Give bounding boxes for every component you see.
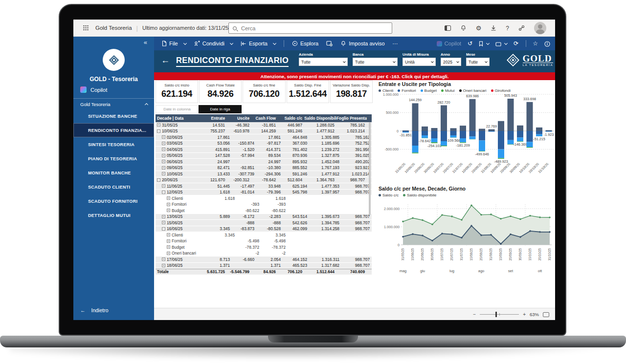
- slicer-dropdown[interactable]: 2025: [441, 58, 461, 66]
- waffle-menu-icon[interactable]: [83, 25, 89, 31]
- sidebar-item-rendiconto-finanzia-[interactable]: RENDICONTO FINANZIA...: [73, 123, 154, 137]
- sidebar-item-piano-di-tesoreria[interactable]: PIANO DI TESORERIA: [73, 151, 154, 166]
- expand-row-icon[interactable]: +: [167, 203, 170, 206]
- collapse-row-icon[interactable]: −: [162, 227, 165, 231]
- more-options-icon[interactable]: ⋯: [393, 41, 398, 47]
- search-box[interactable]: [228, 22, 392, 34]
- table-row[interactable]: +11/06/2551.445-17.49733.948625.1941.477…: [156, 183, 372, 190]
- zoom-in-icon[interactable]: +: [523, 312, 526, 317]
- table-row[interactable]: −16/06/253.345-83.873-80.528462.0991.314…: [156, 226, 372, 233]
- area-chart[interactable]: 2.000.0001.000.000031/05/2510/06/2520/06…: [378, 197, 555, 276]
- slicer-dropdown[interactable]: Tutte: [466, 58, 490, 66]
- table-row[interactable]: +10/06/2513.433-307.739-294.306591.2461.…: [156, 171, 372, 177]
- refresh-icon[interactable]: ⟳: [514, 40, 518, 47]
- table-row[interactable]: −12/06/251.618-81.014-79.396545.7981.397…: [156, 190, 372, 196]
- share-menu[interactable]: Condividi: [194, 41, 233, 46]
- slicer-dropdown[interactable]: Tutte: [299, 58, 348, 66]
- reconciliation-alert[interactable]: Attenzione, sono presenti movimenti non …: [154, 72, 555, 80]
- table-row[interactable]: −20/06/25121.670-200.312-78.642512.6041.…: [156, 177, 372, 184]
- sidebar-item-dettaglio-mutui[interactable]: DETTAGLIO MUTUI: [73, 208, 154, 222]
- table-row[interactable]: +Clienti3.3453.345: [156, 232, 372, 238]
- bell-icon[interactable]: [460, 25, 467, 31]
- slicer-mese[interactable]: MeseTutte: [466, 52, 490, 66]
- table-row[interactable]: +06/06/2524.99724.997895.9321.452.048490…: [156, 159, 372, 165]
- help-icon[interactable]: ?: [506, 25, 509, 32]
- sidebar-item-situazione-banche[interactable]: SITUAZIONE BANCHE: [73, 109, 154, 123]
- expand-row-icon[interactable]: +: [162, 148, 165, 151]
- explore-button[interactable]: Esplora: [292, 41, 318, 46]
- slicer-banca[interactable]: BancaTutte: [353, 52, 398, 66]
- column-header[interactable]: Entrate: [202, 116, 227, 121]
- back-arrow-icon[interactable]: ←: [161, 55, 170, 65]
- side-pane-icon[interactable]: [445, 25, 451, 31]
- table-row[interactable]: +09/06/2582.471-92.851-10.380885.5521.76…: [156, 165, 372, 171]
- expand-row-icon[interactable]: +: [167, 239, 170, 243]
- last-update-label[interactable]: Ultimo aggiornamento dati: 13/11/25: [142, 25, 229, 31]
- legend-item[interactable]: Girofondi: [491, 88, 511, 93]
- slicer-dropdown[interactable]: Unità: [402, 58, 436, 66]
- legend-item[interactable]: Budget: [421, 88, 437, 93]
- column-header[interactable]: Cash Flow: [251, 116, 278, 121]
- gear-icon[interactable]: ⚙: [476, 25, 482, 31]
- info-icon[interactable]: [544, 40, 550, 46]
- slicer-anno[interactable]: Anno2025: [441, 52, 461, 66]
- expand-row-icon[interactable]: +: [162, 172, 165, 175]
- table-row[interactable]: +Oneri bancari-2-2: [156, 251, 372, 257]
- table-row[interactable]: −10/06/25755.237-610.978144.259591.2461.…: [156, 128, 372, 135]
- expand-row-icon[interactable]: +: [162, 160, 165, 163]
- expand-row-icon[interactable]: +: [162, 135, 165, 139]
- collapse-row-icon[interactable]: −: [157, 178, 160, 182]
- table-row[interactable]: +02/06/2517.86117.861464.8481.305.885785…: [156, 134, 372, 141]
- table-scrollbar[interactable]: [369, 122, 371, 215]
- column-header[interactable]: Foglio Presentato: [336, 116, 367, 121]
- table-row[interactable]: +04/06/25415.891-1.520414.371781.4021.23…: [156, 147, 372, 153]
- chart-saldo[interactable]: Saldo c/c per Mese, Decade, Giorno Saldo…: [378, 186, 555, 278]
- table-row[interactable]: +31/05/2514.531-46.382-31.851446.9871.28…: [156, 122, 372, 128]
- expand-row-icon[interactable]: +: [162, 166, 165, 170]
- table-row[interactable]: +17/06/258.713-6.6602.054464.1521.316.31…: [156, 257, 372, 263]
- chart-entrate-uscite[interactable]: Entrate e Uscite per Tipologia ClientiFo…: [378, 81, 555, 187]
- fit-to-page-icon[interactable]: [543, 312, 549, 317]
- expand-row-icon[interactable]: +: [162, 142, 165, 145]
- expand-row-icon[interactable]: +: [167, 245, 170, 249]
- zoom-slider[interactable]: [480, 314, 519, 315]
- slicer-dropdown[interactable]: Tutte: [353, 58, 398, 66]
- column-header[interactable]: Decade | Data: [156, 116, 202, 121]
- view-menu[interactable]: [495, 41, 507, 46]
- table-row[interactable]: Totale5.631.725-5.546.79984.926706.1201.…: [156, 269, 372, 275]
- expand-row-icon[interactable]: +: [162, 215, 165, 218]
- zoom-out-icon[interactable]: −: [473, 312, 476, 317]
- legend-item[interactable]: Fornitori: [398, 88, 416, 93]
- undo-icon[interactable]: ↺: [468, 40, 472, 47]
- collapse-row-icon[interactable]: −: [162, 191, 165, 194]
- column-header[interactable]: Saldo Disponibile: [304, 116, 336, 121]
- legend-item[interactable]: Saldo disponibile: [403, 193, 437, 197]
- user-avatar[interactable]: [534, 22, 546, 34]
- table-row[interactable]: +15/06/25-888-888542.6261.394.785988.707: [156, 220, 372, 226]
- sidebar-copilot-button[interactable]: Copilot: [80, 86, 107, 93]
- favorite-star-icon[interactable]: ☆: [533, 40, 538, 47]
- expand-row-icon[interactable]: +: [167, 209, 170, 212]
- nav-group-header[interactable]: Gold Tesoreria: [80, 102, 148, 107]
- expand-row-icon[interactable]: +: [162, 264, 165, 267]
- expand-row-icon[interactable]: +: [162, 257, 165, 261]
- column-header[interactable]: Saldo c/c: [278, 116, 304, 121]
- zoom-slider-thumb[interactable]: [495, 312, 497, 317]
- set-alert-button[interactable]: Imposta avviso: [340, 41, 384, 46]
- table-row[interactable]: +Clienti1.6181.618: [156, 195, 372, 202]
- expand-row-icon[interactable]: +: [162, 184, 165, 188]
- sidebar-item-sintesi-tesoreria[interactable]: SINTESI TESORERIA: [73, 137, 154, 151]
- table-row[interactable]: +Budget-78.372-78.372: [156, 244, 372, 251]
- download-icon[interactable]: [491, 25, 496, 31]
- bookmark-menu[interactable]: [479, 41, 489, 47]
- table-row[interactable]: +Budget-80.622-80.622: [156, 208, 372, 214]
- table-row[interactable]: +18/06/251.3711.371465.5231.317.682988.7…: [156, 263, 372, 269]
- expand-row-icon[interactable]: +: [167, 233, 170, 236]
- export-menu[interactable]: Esporta: [241, 41, 276, 46]
- expand-row-icon[interactable]: +: [167, 196, 170, 200]
- slicer-azienda[interactable]: AziendaTutte: [299, 52, 348, 66]
- expand-row-icon[interactable]: +: [162, 221, 165, 224]
- legend-item[interactable]: Mutui: [441, 88, 455, 93]
- sidebar-item-scaduto-clienti[interactable]: SCADUTO CLIENTI: [73, 180, 154, 194]
- back-button[interactable]: ← Indietro: [80, 307, 109, 313]
